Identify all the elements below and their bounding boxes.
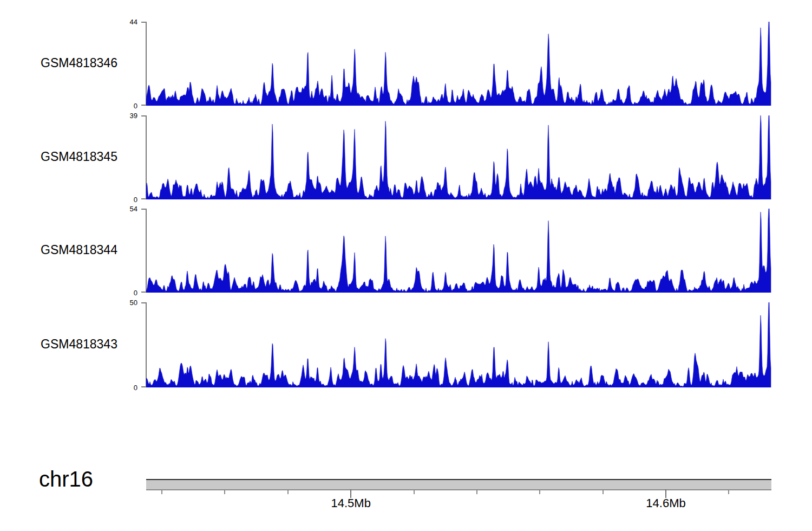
track-label: GSM4818343: [41, 337, 117, 352]
y-axis-top-tick: [141, 302, 146, 303]
coverage-signal: [146, 22, 771, 106]
y-axis-top-tick: [141, 209, 146, 210]
y-axis-zero-label: 0: [116, 102, 137, 110]
y-axis-max-label: 39: [116, 112, 137, 120]
track-label: GSM4818345: [41, 150, 117, 164]
x-axis-minor-tick: [476, 489, 477, 494]
coverage-track: GSM4818344 54 0: [0, 209, 812, 293]
y-axis-bottom-tick: [141, 198, 146, 199]
track-label: GSM4818344: [41, 243, 117, 257]
x-axis-tick-label: 14.6Mb: [646, 496, 685, 510]
y-axis-top-tick: [141, 22, 146, 23]
x-axis-minor-tick: [414, 489, 415, 494]
x-axis-minor-tick: [287, 489, 289, 494]
y-axis-bottom-tick: [141, 105, 146, 106]
y-axis-bottom-tick: [141, 292, 146, 293]
x-axis-minor-tick: [224, 489, 225, 494]
chromosome-label: chr16: [39, 467, 93, 491]
coverage-signal: [146, 302, 771, 387]
coverage-track: GSM4818343 50 0: [0, 302, 812, 387]
genome-coverage-figure: GSM4818346 44 0 GSM4818345 39 0 GSM48183…: [0, 0, 812, 531]
x-axis-minor-tick: [603, 489, 604, 494]
y-axis-top-tick: [141, 115, 146, 116]
coverage-signal: [146, 115, 771, 199]
coverage-track: GSM4818346 44 0: [0, 22, 812, 106]
x-axis-minor-tick: [539, 489, 540, 494]
track-label: GSM4818346: [41, 56, 117, 70]
x-axis-minor-tick: [161, 489, 162, 494]
y-axis-bottom-tick: [141, 386, 146, 387]
chromosome-bar: [146, 479, 771, 490]
y-axis-zero-label: 0: [116, 196, 137, 204]
y-axis-zero-label: 0: [116, 384, 137, 392]
y-axis-zero-label: 0: [116, 289, 137, 297]
x-axis-tick-label: 14.5Mb: [331, 496, 371, 510]
coverage-track: GSM4818345 39 0: [0, 115, 812, 199]
y-axis-max-label: 44: [116, 18, 137, 26]
coverage-signal: [146, 209, 771, 293]
y-axis-max-label: 54: [116, 205, 137, 213]
y-axis-max-label: 50: [116, 299, 137, 307]
x-axis-minor-tick: [728, 489, 729, 494]
